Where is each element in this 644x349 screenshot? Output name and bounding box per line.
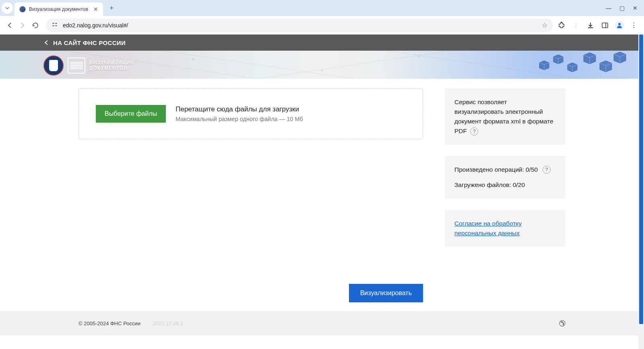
consent-card: Согласие на обработку персональных данны… — [445, 210, 566, 247]
maximize-icon[interactable]: ▢ — [619, 5, 625, 11]
scrollbar-track[interactable] — [638, 35, 644, 349]
back-button[interactable] — [3, 19, 16, 32]
downloads-icon[interactable] — [586, 21, 595, 30]
header-banner: ВИЗУАЛИЗАЦИЯ ДОКУМЕНТОВ — [0, 51, 644, 79]
consent-link[interactable]: Согласие на обработку персональных данны… — [454, 220, 522, 236]
close-tab-icon[interactable]: ✕ — [93, 6, 98, 12]
scrollbar-thumb[interactable] — [639, 35, 643, 324]
ops-label: Произведено операций: — [454, 165, 524, 174]
tab-bar: Визуализация документов ✕ + ― ▢ ✕ — [0, 0, 644, 16]
forward-button[interactable] — [16, 19, 29, 32]
files-label: Загружено файлов: — [454, 180, 511, 190]
browser-tab[interactable]: Визуализация документов ✕ — [14, 2, 103, 16]
arrow-left-icon — [43, 40, 49, 45]
barcode-icon — [68, 57, 85, 74]
bookmark-icon[interactable]: ☆ — [542, 21, 547, 29]
profile-icon[interactable] — [615, 21, 624, 30]
footer-version: 2023.12.08.1 — [153, 320, 183, 326]
phone-icon[interactable]: ✆ — [557, 318, 567, 329]
site-info-icon[interactable] — [52, 21, 59, 29]
svg-rect-4 — [602, 23, 608, 28]
svg-rect-2 — [52, 25, 54, 26]
reload-icon — [32, 22, 39, 29]
stats-card: Произведено операций: 0/50 ? Загружено ф… — [445, 156, 566, 199]
logo-area: ВИЗУАЛИЗАЦИЯ ДОКУМЕНТОВ — [43, 55, 134, 76]
svg-rect-0 — [52, 23, 54, 24]
page-content: НА САЙТ ФНС РОССИИ ВИЗУАЛИЗАЦИЯ ДОКУМЕНТ… — [0, 35, 644, 349]
reload-button[interactable] — [29, 19, 42, 32]
main-column: Выберите файлы Перетащите сюда файлы для… — [78, 88, 423, 302]
footer-copyright: © 2005-2024 ФНС России — [78, 320, 140, 326]
select-files-button[interactable]: Выберите файлы — [96, 105, 166, 123]
back-to-site-label: НА САЙТ ФНС РОССИИ — [53, 39, 126, 46]
extensions-icon[interactable] — [557, 21, 566, 30]
url-text: edo2.nalog.gov.ru/visual#/ — [63, 22, 542, 29]
minimize-icon[interactable]: ― — [606, 5, 611, 11]
upload-dropzone[interactable]: Выберите файлы Перетащите сюда файлы для… — [78, 88, 423, 139]
ops-value: 0/50 — [526, 165, 538, 174]
svg-rect-1 — [55, 23, 57, 24]
sidebar: Сервис позволяет визуализировать электро… — [445, 88, 566, 302]
separator: | — [572, 21, 580, 30]
visualize-button[interactable]: Визуализировать — [349, 284, 423, 302]
window-controls: ― ▢ ✕ — [606, 5, 642, 11]
svg-point-13 — [417, 55, 420, 57]
top-nav: НА САЙТ ФНС РОССИИ — [0, 35, 644, 51]
footer: © 2005-2024 ФНС России 2023.12.08.1 ✆ — [0, 311, 644, 335]
menu-icon[interactable]: ⋮ — [630, 21, 638, 30]
help-icon[interactable]: ? — [470, 127, 478, 135]
content-wrap: Выберите файлы Перетащите сюда файлы для… — [70, 79, 574, 302]
upload-subtitle: Максимальный размер одного файла — 10 Мб — [175, 116, 303, 122]
arrow-right-icon — [19, 22, 26, 29]
fns-emblem-icon — [43, 55, 64, 76]
tab-search-button[interactable] — [2, 2, 13, 14]
svg-point-11 — [192, 58, 194, 60]
url-input[interactable]: edo2.nalog.gov.ru/visual#/ ☆ — [46, 18, 553, 32]
tab-favicon — [19, 6, 26, 12]
svg-point-6 — [618, 23, 621, 25]
action-row: Визуализировать — [78, 284, 423, 302]
toolbar-icons: | ⋮ — [557, 21, 641, 30]
chevron-down-icon — [5, 6, 10, 10]
upload-text: Перетащите сюда файлы для загрузки Макси… — [175, 105, 303, 122]
svg-line-9 — [258, 51, 451, 79]
upload-title: Перетащите сюда файлы для загрузки — [175, 105, 303, 113]
info-card: Сервис позволяет визуализировать электро… — [445, 88, 566, 145]
tab-title: Визуализация документов — [29, 6, 90, 12]
new-tab-button[interactable]: + — [109, 4, 114, 12]
files-value: 0/20 — [513, 180, 525, 190]
svg-rect-3 — [55, 25, 57, 26]
help-icon[interactable]: ? — [543, 166, 551, 174]
address-bar: edo2.nalog.gov.ru/visual#/ ☆ | ⋮ — [0, 16, 644, 35]
back-to-site-link[interactable]: НА САЙТ ФНС РОССИИ — [43, 39, 126, 46]
logo-text: ВИЗУАЛИЗАЦИЯ ДОКУМЕНТОВ — [89, 60, 134, 72]
browser-chrome: Визуализация документов ✕ + ― ▢ ✕ edo2.n… — [0, 0, 644, 35]
svg-point-12 — [321, 69, 323, 72]
side-panel-icon[interactable] — [601, 21, 609, 30]
svg-line-8 — [161, 51, 354, 79]
arrow-left-icon — [6, 22, 13, 29]
close-icon[interactable]: ✕ — [633, 5, 638, 11]
decorative-cubes — [531, 51, 632, 79]
info-text: Сервис позволяет визуализировать электро… — [454, 99, 553, 134]
